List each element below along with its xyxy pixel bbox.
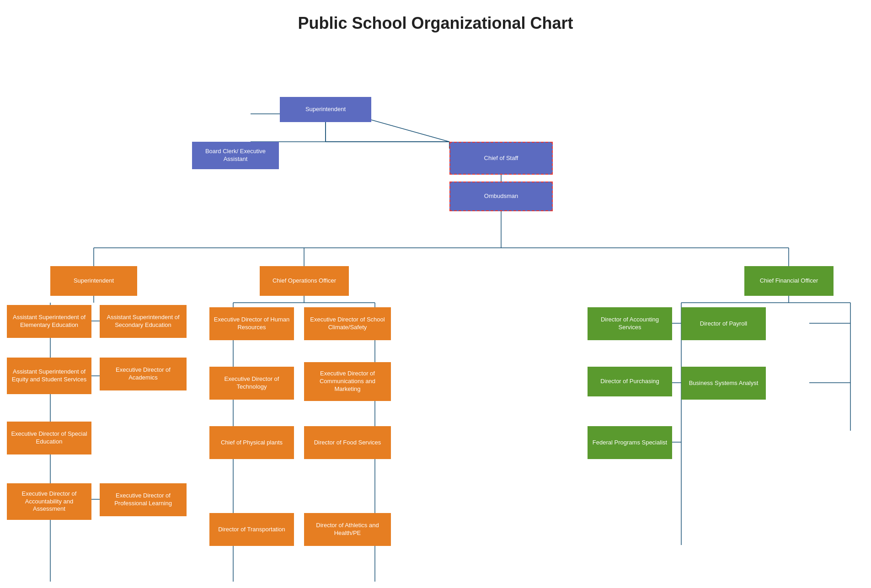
node-chief-fin[interactable]: Chief Financial Officer (744, 266, 834, 296)
node-asst-secondary[interactable]: Assistant Superintendent of Secondary Ed… (100, 305, 187, 338)
node-biz-analyst[interactable]: Business Systems Analyst (681, 367, 766, 400)
node-exec-academics[interactable]: Executive Director of Academics (100, 358, 187, 390)
node-chief-of-staff[interactable]: Chief of Staff (449, 142, 553, 175)
node-dir-athletics[interactable]: Director of Athletics and Health/PE (304, 513, 391, 546)
node-ombudsman[interactable]: Ombudsman (449, 182, 553, 211)
node-exec-tech[interactable]: Executive Director of Technology (209, 367, 294, 400)
node-exec-comms[interactable]: Executive Director of Communications and… (304, 362, 391, 401)
node-superintendent-mid[interactable]: Superintendent (50, 266, 137, 296)
node-dir-acct[interactable]: Director of Accounting Services (588, 307, 672, 340)
node-dir-payroll[interactable]: Director of Payroll (681, 307, 766, 340)
node-superintendent-top[interactable]: Superintendent (280, 97, 371, 122)
node-chief-ops[interactable]: Chief Operations Officer (260, 266, 349, 296)
node-fed-programs[interactable]: Federal Programs Specialist (588, 426, 672, 459)
node-asst-elem[interactable]: Assistant Superintendent of Elementary E… (7, 305, 91, 338)
node-chief-physical[interactable]: Chief of Physical plants (209, 426, 294, 459)
node-dir-transportation[interactable]: Director of Transportation (209, 513, 294, 546)
page-title: Public School Organizational Chart (0, 0, 871, 42)
org-chart: Superintendent Board Clerk/ Executive As… (0, 42, 871, 588)
node-exec-prof-learning[interactable]: Executive Director of Professional Learn… (100, 483, 187, 516)
node-exec-special[interactable]: Executive Director of Special Education (7, 422, 91, 454)
node-exec-accountability[interactable]: Executive Director of Accountability and… (7, 483, 91, 520)
node-exec-climate[interactable]: Executive Director of School Climate/Saf… (304, 307, 391, 340)
node-exec-hr[interactable]: Executive Director of Human Resources (209, 307, 294, 340)
node-dir-purchasing[interactable]: Director of Purchasing (588, 367, 672, 396)
node-asst-equity[interactable]: Assistant Superintendent of Equity and S… (7, 358, 91, 394)
node-dir-food[interactable]: Director of Food Services (304, 426, 391, 459)
node-board-clerk[interactable]: Board Clerk/ Executive Assistant (192, 142, 279, 169)
